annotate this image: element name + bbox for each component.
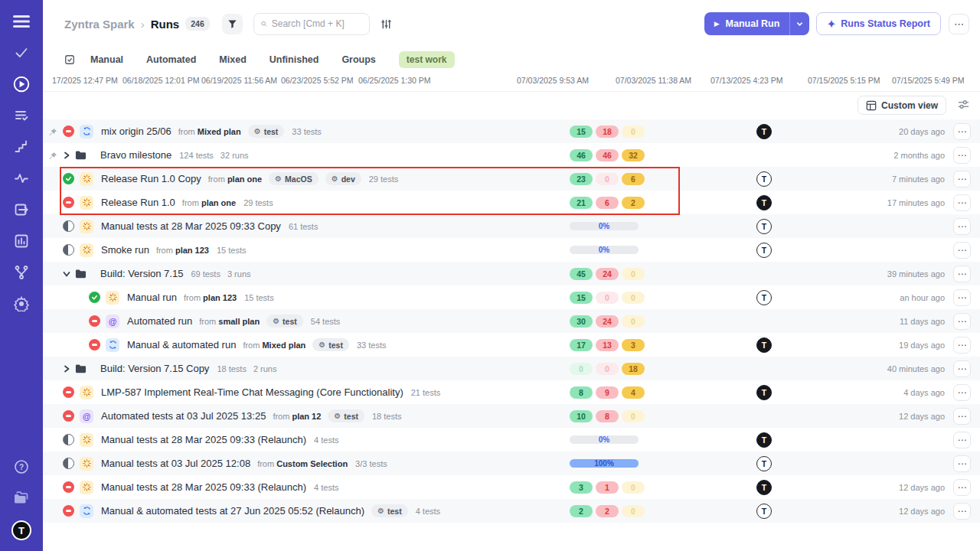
run-title[interactable]: Release Run 1.0 xyxy=(101,197,175,208)
sidebar-item-projects[interactable] xyxy=(11,489,32,510)
sidebar-item-check[interactable] xyxy=(11,44,32,65)
tab-groups[interactable]: Groups xyxy=(341,54,375,65)
run-row[interactable]: Manual tests at 28 Mar 2025 09:33 Copy61… xyxy=(43,214,980,238)
sidebar-item-run-play[interactable] xyxy=(11,75,32,96)
row-more-button[interactable]: ⋯ xyxy=(953,218,971,235)
filter-button[interactable] xyxy=(222,14,243,34)
row-more-button[interactable]: ⋯ xyxy=(953,147,971,164)
manual-run-type-icon xyxy=(106,291,119,305)
breadcrumb-project[interactable]: Zyntra Spark xyxy=(64,18,135,31)
search-box[interactable] xyxy=(253,13,370,35)
header-more-button[interactable]: ⋯ xyxy=(949,14,969,34)
run-title[interactable]: Smoke run xyxy=(101,244,149,256)
run-row[interactable]: Manual & automated tests at 27 Jun 2025 … xyxy=(43,499,980,523)
sidebar-item-list-check[interactable] xyxy=(11,106,32,128)
row-more-button[interactable]: ⋯ xyxy=(953,266,971,282)
group-row[interactable]: Build: Version 7.15 Copy18 tests2 runs00… xyxy=(43,357,980,380)
tab-automated[interactable]: Automated xyxy=(146,54,196,65)
manual-run-button[interactable]: ▶ Manual Run xyxy=(704,12,790,35)
run-row[interactable]: LMP-587 Implement Real-Time Chat Messagi… xyxy=(43,380,980,404)
sidebar-item-settings-gear[interactable] xyxy=(11,295,32,316)
run-tag[interactable]: ⚙test xyxy=(312,338,349,351)
run-row[interactable]: Manual tests at 03 Jul 2025 12:08from Cu… xyxy=(43,452,980,475)
run-from-plan: from plan one xyxy=(182,198,236,207)
sidebar-item-import[interactable] xyxy=(11,201,32,222)
run-tag[interactable]: ⚙MacOS xyxy=(269,172,318,185)
row-more-button[interactable]: ⋯ xyxy=(953,123,971,140)
run-title[interactable]: Manual & automated run xyxy=(127,339,236,350)
sidebar-item-menu[interactable] xyxy=(11,12,32,34)
run-tag[interactable]: ⚙test xyxy=(266,315,303,328)
tab-mixed[interactable]: Mixed xyxy=(219,54,246,65)
search-input[interactable] xyxy=(272,18,362,29)
run-title[interactable]: Manual tests at 03 Jul 2025 12:08 xyxy=(101,458,250,469)
breadcrumb-page-runs[interactable]: Runs xyxy=(151,18,180,31)
run-tag[interactable]: ⚙test xyxy=(328,409,364,422)
group-row[interactable]: Bravo milestone124 tests32 runs4646322 m… xyxy=(43,143,980,167)
run-title[interactable]: LMP-587 Implement Real-Time Chat Messagi… xyxy=(101,386,403,398)
row-more-button[interactable]: ⋯ xyxy=(953,479,971,496)
run-title[interactable]: mix origin 25/06 xyxy=(101,126,172,137)
row-more-button[interactable]: ⋯ xyxy=(953,455,971,472)
row-more-button[interactable]: ⋯ xyxy=(953,289,971,306)
row-more-button[interactable]: ⋯ xyxy=(953,384,971,401)
run-title[interactable]: Automated run xyxy=(127,315,192,327)
run-title[interactable]: Manual run xyxy=(127,292,177,303)
view-options-button[interactable] xyxy=(958,99,969,110)
row-more-button[interactable]: ⋯ xyxy=(953,242,971,259)
group-expand-chevron[interactable] xyxy=(63,270,75,278)
tab-manual[interactable]: Manual xyxy=(90,54,123,65)
row-more-button[interactable]: ⋯ xyxy=(953,171,971,187)
run-row[interactable]: Manual tests at 28 Mar 2025 09:33 (Relau… xyxy=(43,428,980,452)
run-row[interactable]: Release Run 1.0 Copyfrom plan one⚙MacOS⚙… xyxy=(43,167,980,191)
analytics-icon xyxy=(14,233,29,252)
group-row[interactable]: Build: Version 7.1569 tests3 runs4524039… xyxy=(43,262,980,285)
row-more-button[interactable]: ⋯ xyxy=(953,337,971,354)
run-title[interactable]: Manual tests at 28 Mar 2025 09:33 Copy xyxy=(101,220,281,232)
sidebar-item-steps[interactable] xyxy=(11,138,32,159)
run-row[interactable]: mix origin 25/06from Mixed plan⚙test33 t… xyxy=(43,119,980,143)
tab-select-icon[interactable] xyxy=(64,54,75,65)
tag-filter-badge[interactable]: test work xyxy=(399,51,455,68)
run-title[interactable]: Bravo milestone xyxy=(100,149,172,161)
run-tests-count: 29 tests xyxy=(369,174,399,184)
run-title[interactable]: Manual tests at 28 Mar 2025 09:33 (Relau… xyxy=(101,434,306,445)
run-title[interactable]: Build: Version 7.15 xyxy=(100,268,183,279)
group-expand-chevron[interactable] xyxy=(63,152,75,159)
row-more-button[interactable]: ⋯ xyxy=(953,408,971,425)
runs-status-report-button[interactable]: ✦ Runs Status Report xyxy=(816,12,941,35)
run-row[interactable]: Manual runfrom plan 12315 tests1500Tan h… xyxy=(43,285,980,309)
group-expand-chevron[interactable] xyxy=(63,365,75,373)
tab-unfinished[interactable]: Unfinished xyxy=(270,54,319,65)
row-more-button[interactable]: ⋯ xyxy=(953,503,971,520)
run-title[interactable]: Build: Version 7.15 Copy xyxy=(100,363,209,374)
run-title[interactable]: Automated tests at 03 Jul 2025 13:25 xyxy=(101,410,266,422)
pin-icon xyxy=(48,126,57,140)
custom-view-button[interactable]: Custom view xyxy=(858,96,946,115)
run-title[interactable]: Release Run 1.0 Copy xyxy=(101,173,201,184)
manual-run-dropdown-button[interactable] xyxy=(789,12,809,35)
result-pill-green: 15 xyxy=(570,292,593,304)
search-settings-button[interactable] xyxy=(381,18,392,30)
run-tag[interactable]: ⚙test xyxy=(248,125,285,138)
row-more-button[interactable]: ⋯ xyxy=(953,194,971,211)
sidebar-item-branch[interactable] xyxy=(11,263,32,285)
row-more-button[interactable]: ⋯ xyxy=(953,360,971,377)
run-row[interactable]: Manual tests at 28 Mar 2025 09:33 (Relau… xyxy=(43,475,980,499)
run-row[interactable]: Smoke runfrom plan 12315 tests0%T⋯ xyxy=(43,238,980,262)
run-row[interactable]: @Automated runfrom small plan⚙test54 tes… xyxy=(43,309,980,333)
run-row[interactable]: Manual & automated runfrom Mixed plan⚙te… xyxy=(43,333,980,357)
row-more-button[interactable]: ⋯ xyxy=(953,313,971,330)
sidebar-user-avatar[interactable]: T xyxy=(11,520,31,540)
run-tag[interactable]: ⚙dev xyxy=(325,172,361,185)
run-title[interactable]: Manual tests at 28 Mar 2025 09:33 (Relau… xyxy=(101,481,306,493)
result-pill-red: 46 xyxy=(596,149,619,161)
sidebar-item-pulse[interactable] xyxy=(11,169,32,191)
sidebar-item-analytics[interactable] xyxy=(11,232,32,253)
run-row[interactable]: Release Run 1.0from plan one29 tests2162… xyxy=(43,191,980,214)
run-tag[interactable]: ⚙test xyxy=(371,504,408,517)
sidebar-item-help[interactable]: ? xyxy=(11,458,32,479)
run-row[interactable]: @Automated tests at 03 Jul 2025 13:25fro… xyxy=(43,404,980,428)
run-title[interactable]: Manual & automated tests at 27 Jun 2025 … xyxy=(101,505,364,517)
row-more-button[interactable]: ⋯ xyxy=(953,432,971,448)
